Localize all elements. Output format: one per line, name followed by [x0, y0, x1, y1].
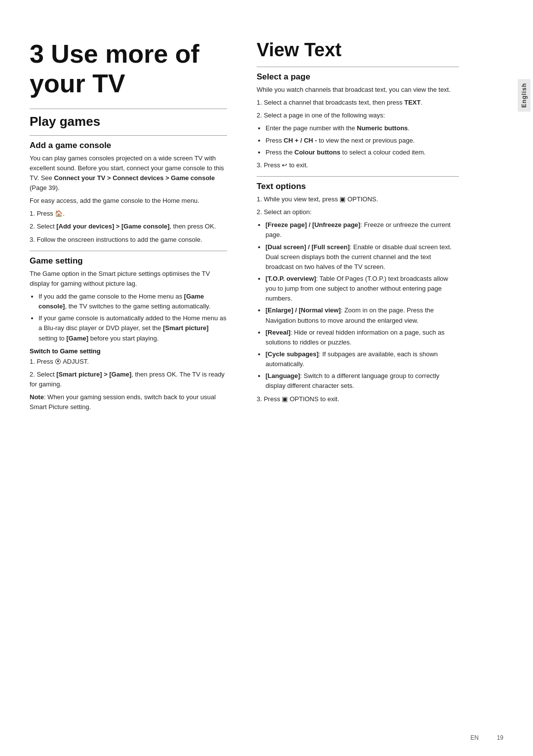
text-options-bullet7-bold: [Language] [266, 372, 300, 379]
right-column: View Text Select a page While you watch … [242, 20, 484, 736]
select-page-step1: 1. Select a channel that broadcasts text… [257, 98, 459, 108]
en-label: EN [470, 734, 479, 741]
add-console-step1: 1. Press 🏠. [30, 209, 227, 219]
sidebar-language: English [515, 0, 533, 756]
select-page-title: Select a page [257, 72, 459, 82]
text-options-bullet7: [Language]: Switch to a different langua… [266, 371, 459, 391]
text-options-step1: 1. While you view text, press ▣ OPTIONS. [257, 194, 459, 204]
language-label: English [518, 79, 531, 112]
text-options-bullet5: [Reveal]: Hide or reveal hidden informat… [266, 328, 459, 347]
select-page-p1: While you watch channels that broadcast … [257, 85, 459, 95]
add-console-step2: 2. Select [Add your devices] > [Game con… [30, 222, 227, 231]
game-setting-bullet2: If your game console is automatically ad… [38, 313, 227, 343]
game-setting-bullet1: If you add the game console to the Home … [38, 292, 227, 311]
text-options-bullet4-bold: [Enlarge] / [Normal view] [266, 306, 341, 314]
view-text-title: View Text [257, 39, 459, 61]
select-page-step3: 3. Press ↩ to exit. [257, 160, 459, 170]
note-content: : When your gaming session ends, switch … [30, 393, 216, 411]
text-options-step3: 3. Press ▣ OPTIONS to exit. [257, 394, 459, 404]
text-options-bullet2-bold: [Dual screen] / [Full screen] [266, 243, 350, 251]
game-setting-list: If you add the game console to the Home … [30, 292, 227, 343]
text-options-bullet4: [Enlarge] / [Normal view]: Zoom in on th… [266, 305, 459, 325]
game-setting-p1: The Game option in the Smart picture set… [30, 269, 227, 289]
text-options-bullet6: [Cycle subpages]: If subpages are availa… [266, 349, 459, 369]
subsection-add-console: Add a game console [30, 141, 227, 151]
text-options-bullet3: [T.O.P. overview]: Table Of Pages (T.O.P… [266, 274, 459, 303]
select-page-bullet2: Press CH + / CH - to view the next or pr… [266, 136, 459, 146]
divider-text-options [257, 176, 459, 177]
divider-game-setting [30, 251, 227, 251]
text-options-bullet3-bold: [T.O.P. overview] [266, 275, 316, 282]
text-options-bullet1: [Freeze page] / [Unfreeze page]: Freeze … [266, 220, 459, 240]
add-console-step3: 3. Follow the onscreen instructions to a… [30, 235, 227, 245]
text-options-bullet5-bold: [Reveal] [266, 329, 291, 336]
text-options-list: [Freeze page] / [Unfreeze page]: Freeze … [257, 220, 459, 391]
switch-step2: 2. Select [Smart picture] > [Game], then… [30, 370, 227, 389]
select-page-step2: 2. Select a page in one of the following… [257, 111, 459, 120]
select-page-bullet3: Press the Colour buttons to select a col… [266, 148, 459, 157]
text-options-step2: 2. Select an option: [257, 207, 459, 217]
text-options-bullet1-bold: [Freeze page] / [Unfreeze page] [266, 221, 360, 228]
divider-add-console [30, 135, 227, 136]
divider-play-games [30, 109, 227, 109]
text-options-bullet6-bold: [Cycle subpages] [266, 350, 319, 358]
note-label: Note [30, 393, 44, 401]
note-text: Note: When your gaming session ends, swi… [30, 392, 227, 412]
select-page-bullet1: Enter the page number with the Numeric b… [266, 123, 459, 133]
text-options-bullet5-text: : Hide or reveal hidden information on a… [266, 329, 445, 346]
text-options-title: Text options [257, 182, 459, 191]
divider-select-page [257, 67, 459, 67]
add-console-p1: You can play games consoles projected on… [30, 153, 227, 193]
chapter-title: 3 Use more of your TV [30, 39, 227, 99]
select-page-list: Enter the page number with the Numeric b… [257, 123, 459, 157]
text-options-bullet2: [Dual screen] / [Full screen]: Enable or… [266, 242, 459, 272]
add-console-p2: For easy access, add the game console to… [30, 196, 227, 206]
switch-step1: 1. Press ⦿ ADJUST. [30, 357, 227, 367]
switch-title: Switch to Game setting [30, 347, 227, 355]
section-play-games: Play games [30, 114, 227, 129]
page-number: 19 [497, 734, 503, 741]
subsection-game-setting: Game setting [30, 256, 227, 266]
left-column: 3 Use more of your TV Play games Add a g… [0, 20, 242, 736]
